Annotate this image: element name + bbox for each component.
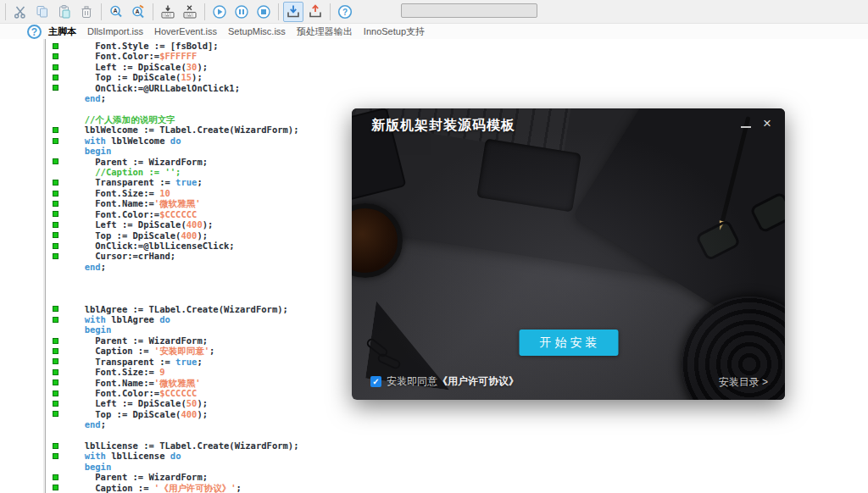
code-line: Top := DpiScale(15); <box>47 72 868 82</box>
modified-line-marker-icon <box>53 443 58 449</box>
copy-button[interactable] <box>32 2 53 22</box>
paste-button[interactable] <box>54 2 75 22</box>
modified-line-marker-icon <box>53 401 58 407</box>
svg-text:?: ? <box>342 7 348 16</box>
gutter-cell <box>47 53 64 59</box>
help-button[interactable]: ? <box>335 2 355 22</box>
modified-line-marker-icon <box>53 232 58 238</box>
toolbar-separator <box>204 3 205 20</box>
gutter-cell <box>47 180 64 186</box>
code-line: end; <box>47 93 868 103</box>
gutter-cell <box>47 379 64 385</box>
modified-line-marker-icon <box>53 411 58 417</box>
code-text: Parent := WizardForm; <box>64 157 208 167</box>
play-icon <box>212 4 227 19</box>
gutter-cell <box>47 358 64 364</box>
keyboard-x-icon <box>182 4 198 19</box>
tab-4[interactable]: 预处理器输出 <box>297 25 353 38</box>
modified-line-marker-icon <box>53 317 58 323</box>
modified-line-marker-icon <box>53 43 58 49</box>
tab-bar: 主脚本DllsImport.issHoverEvent.issSetupMisc… <box>48 24 425 39</box>
install-dir-link[interactable]: 安装目录 > <box>719 375 768 390</box>
code-text: Left := DpiScale(400); <box>64 219 213 230</box>
gutter-cell <box>47 191 64 197</box>
gutter-cell <box>47 253 64 259</box>
modified-line-marker-icon <box>53 379 58 385</box>
code-text: Caption := '安装即同意'; <box>64 346 214 356</box>
code-line: end; <box>47 419 868 429</box>
code-text: Font.Color:=$CCCCCC <box>64 388 197 398</box>
script-help-icon[interactable]: ? <box>27 25 42 39</box>
code-line: Top := DpiScale(400); <box>47 409 868 419</box>
gutter-cell <box>47 391 64 396</box>
license-agreement-link[interactable]: 《用户许可协议》 <box>437 375 519 387</box>
modified-line-marker-icon <box>53 180 58 186</box>
tab-0[interactable]: 主脚本 <box>48 25 76 38</box>
code-text: begin <box>64 146 111 156</box>
code-text: Transparent := true; <box>64 177 203 187</box>
modified-line-marker-icon <box>53 191 58 197</box>
modified-line-marker-icon <box>53 127 58 133</box>
tab-5[interactable]: InnoSetup支持 <box>364 25 425 38</box>
agree-prefix: 安装即同意 <box>387 375 437 387</box>
minimize-icon[interactable] <box>741 126 751 128</box>
app-window: AA? ? 主脚本DllsImport.issHoverEvent.issSet… <box>0 0 868 493</box>
tray-down-icon <box>286 4 301 19</box>
keyboard-clear-button[interactable] <box>180 2 200 22</box>
find-icon: A <box>108 4 124 19</box>
replace-icon: A <box>131 4 146 19</box>
stop-icon <box>256 4 271 19</box>
replace-button[interactable]: A <box>128 2 148 22</box>
cut-button[interactable] <box>10 2 31 22</box>
keyboard-import-button[interactable] <box>158 2 178 22</box>
delete-button[interactable] <box>76 2 97 22</box>
code-line: Parent := WizardForm; <box>47 472 868 482</box>
left-gutter-panel <box>0 39 46 493</box>
gutter-cell <box>47 338 64 344</box>
toolbar-separator <box>5 3 6 20</box>
import-button[interactable] <box>283 2 303 22</box>
agree-checkbox[interactable]: ✓ <box>370 376 381 387</box>
tab-3[interactable]: SetupMisc.iss <box>228 26 286 36</box>
stop-button[interactable] <box>253 2 274 22</box>
code-text: Cursor:=crHand; <box>64 251 175 261</box>
code-text: Font.Style := [fsBold]; <box>64 41 219 51</box>
find-button[interactable]: A <box>106 2 126 22</box>
gutter-cell <box>47 222 64 228</box>
gutter-cell <box>47 243 64 249</box>
code-text: Font.Size:= 10 <box>64 188 170 198</box>
tab-1[interactable]: DllsImport.iss <box>87 26 143 36</box>
run-button[interactable] <box>209 2 230 22</box>
dialog-title: 新版机架封装源码模板 <box>371 117 515 135</box>
modified-line-marker-icon <box>53 485 58 490</box>
modified-line-marker-icon <box>53 75 58 80</box>
tab-row: ? 主脚本DllsImport.issHoverEvent.issSetupMi… <box>0 24 868 39</box>
export-button[interactable] <box>305 2 326 22</box>
code-line: Caption := '《用户许可协议》'; <box>47 483 868 493</box>
agree-row: ✓ 安装即同意《用户许可协议》 <box>370 374 519 389</box>
close-icon[interactable]: × <box>759 115 776 132</box>
gutter-cell <box>47 453 64 459</box>
modified-line-marker-icon <box>53 158 58 164</box>
code-text: //个人添加的说明文字 <box>64 114 175 125</box>
code-text: Font.Name:='微软雅黑' <box>64 378 200 388</box>
gutter-cell <box>47 127 64 133</box>
gutter-cell <box>47 43 64 49</box>
trash-icon <box>79 4 94 19</box>
code-text: Top := DpiScale(400); <box>64 230 208 241</box>
modified-line-marker-icon <box>53 348 58 354</box>
gutter-cell <box>47 348 64 354</box>
gutter-cell <box>47 75 64 80</box>
modified-line-marker-icon <box>53 243 58 249</box>
gutter-cell <box>47 138 64 144</box>
start-install-button[interactable]: 开始安装 <box>519 330 618 356</box>
code-text: begin <box>64 324 111 335</box>
modified-line-marker-icon <box>53 253 58 259</box>
code-text: lblAgree := TLabel.Create(WizardForm); <box>64 304 288 314</box>
gutter-cell <box>47 64 64 70</box>
toolbar-separator <box>330 3 331 20</box>
gutter-cell <box>47 201 64 207</box>
toolbar-input[interactable] <box>401 3 537 18</box>
tab-2[interactable]: HoverEvent.iss <box>154 26 217 36</box>
pause-button[interactable] <box>231 2 252 22</box>
